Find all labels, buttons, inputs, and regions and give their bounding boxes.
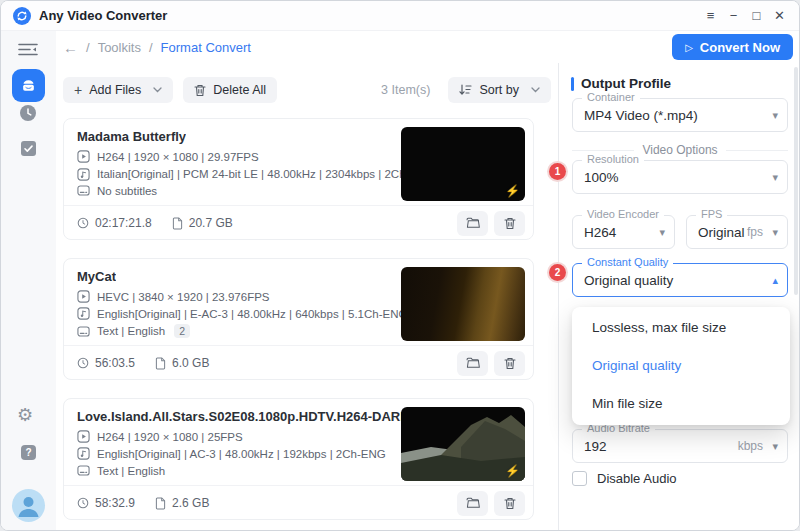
caret-down-icon: ▾ xyxy=(659,226,665,239)
trash-icon xyxy=(194,84,206,97)
app-menu-icon[interactable]: ≡ xyxy=(703,1,718,31)
video-thumbnail[interactable]: ⚡ xyxy=(401,127,525,201)
minimize-icon[interactable]: − xyxy=(726,1,741,31)
subtitle-info-row: No subtitles xyxy=(77,184,157,197)
size-meta: 2.6 GB xyxy=(155,496,209,510)
audio-bitrate-value: 192 xyxy=(584,439,607,454)
container-label: Container xyxy=(582,91,640,103)
item-count: 3 Item(s) xyxy=(381,83,430,97)
duration-value: 58:32.9 xyxy=(95,496,135,510)
file-title: Love.Island.All.Stars.S02E08.1080p.HDTV.… xyxy=(77,409,407,424)
quality-menu-option[interactable]: Min file size xyxy=(572,385,790,423)
fps-unit: fps xyxy=(747,225,763,239)
audio-info-row: English[Original] | E-AC-3 | 48.00kHz | … xyxy=(77,307,407,320)
constant-quality-label: Constant Quality xyxy=(582,256,673,268)
caret-down-icon: ▾ xyxy=(772,171,778,184)
breadcrumb-toolkits[interactable]: Toolkits xyxy=(98,40,141,55)
file-title: Madama Butterfly xyxy=(77,129,186,144)
duration-value: 02:17:21.8 xyxy=(95,216,152,230)
file-size-icon xyxy=(155,357,166,370)
panel-scrollbar[interactable] xyxy=(794,67,798,295)
duration-clock-icon xyxy=(77,497,89,509)
constant-quality-value: Original quality xyxy=(584,273,673,288)
card-footer: 02:17:21.8 20.7 GB xyxy=(77,206,525,240)
sidebar-item-tasks[interactable] xyxy=(21,141,36,160)
add-files-label: Add Files xyxy=(89,83,141,97)
caret-down-icon: ▾ xyxy=(772,226,778,239)
breadcrumb-format-convert[interactable]: Format Convert xyxy=(161,40,251,55)
delete-file-button[interactable] xyxy=(494,491,525,516)
video-encoder-select[interactable]: Video Encoder H264 ▾ xyxy=(572,215,675,249)
audio-info-row: English[Original] | AC-3 | 48.00kHz | 19… xyxy=(77,447,386,460)
audio-bitrate-select[interactable]: Audio Bitrate 192 kbps ▾ xyxy=(572,429,788,463)
container-select[interactable]: Container MP4 Video (*.mp4) ▾ xyxy=(572,98,788,132)
converter-icon xyxy=(19,76,38,95)
duration-clock-icon xyxy=(77,217,89,229)
fps-select[interactable]: FPS Original fps ▾ xyxy=(686,215,788,249)
panel-header: Output Profile xyxy=(571,76,671,91)
step-badge-2: 2 xyxy=(549,264,566,281)
sort-by-button[interactable]: Sort by xyxy=(448,77,551,103)
size-meta: 20.7 GB xyxy=(172,216,233,230)
video-track-icon xyxy=(77,430,90,443)
file-size-icon xyxy=(155,497,166,510)
file-title: MyCat xyxy=(77,269,116,284)
audio-info: Italian[Original] | PCM 24-bit LE | 48.0… xyxy=(97,168,426,180)
chevron-down-icon[interactable] xyxy=(153,87,162,93)
settings-gear-icon[interactable]: ⚙ xyxy=(17,406,33,424)
folder-icon xyxy=(466,357,480,369)
output-profile-title: Output Profile xyxy=(581,76,671,91)
disable-audio-label: Disable Audio xyxy=(597,471,677,486)
file-list-area: + Add Files Delete All 3 Item(s) Sort xyxy=(56,63,558,531)
delete-file-button[interactable] xyxy=(494,211,525,236)
video-encoder-value: H264 xyxy=(584,225,616,240)
close-icon[interactable]: ✕ xyxy=(772,1,787,31)
help-icon[interactable]: ? xyxy=(21,445,36,460)
resolution-value: 100% xyxy=(584,170,619,185)
subtitle-track-count-badge: 2 xyxy=(174,324,190,338)
clock-icon xyxy=(20,105,36,121)
video-track-icon xyxy=(77,150,90,163)
file-card: Love.Island.All.Stars.S02E08.1080p.HDTV.… xyxy=(63,398,534,520)
duration-meta: 56:03.5 xyxy=(77,356,135,370)
collapse-sidebar-icon[interactable] xyxy=(18,42,38,60)
sidebar-item-history[interactable] xyxy=(20,105,36,125)
disable-audio-row[interactable]: Disable Audio xyxy=(572,471,677,486)
size-value: 6.0 GB xyxy=(172,356,209,370)
duration-meta: 02:17:21.8 xyxy=(77,216,152,230)
folder-icon xyxy=(466,217,480,229)
delete-file-button[interactable] xyxy=(494,351,525,376)
video-thumbnail[interactable]: ⚡ xyxy=(401,267,525,341)
caret-up-icon: ▴ xyxy=(772,274,778,287)
disable-audio-checkbox[interactable] xyxy=(572,471,587,486)
video-info: HEVC | 3840 × 1920 | 23.976FPS xyxy=(97,291,270,303)
quality-menu-option[interactable]: Lossless, max file size xyxy=(572,309,790,347)
resolution-select[interactable]: Resolution 100% ▾ xyxy=(572,160,788,194)
quality-menu-option[interactable]: Original quality xyxy=(572,347,790,385)
open-folder-button[interactable] xyxy=(457,211,488,236)
folder-icon xyxy=(466,497,480,509)
back-arrow-icon[interactable]: ← xyxy=(63,39,78,56)
delete-all-button[interactable]: Delete All xyxy=(183,77,277,103)
subtitle-info-row: Text | English 2 xyxy=(77,324,190,338)
convert-now-button[interactable]: ▷ Convert Now xyxy=(672,34,793,60)
checkbox-icon xyxy=(21,141,36,156)
trash-icon xyxy=(504,497,516,510)
video-options-title: Video Options xyxy=(642,143,717,157)
hardware-accel-flash-icon: ⚡ xyxy=(505,464,520,478)
output-profile-panel: Output Profile Container MP4 Video (*.mp… xyxy=(558,63,800,531)
app-title: Any Video Converter xyxy=(39,8,167,23)
video-info: H264 | 1920 × 1080 | 29.97FPS xyxy=(97,151,259,163)
account-avatar[interactable] xyxy=(12,489,45,522)
step-badge-1: 1 xyxy=(549,163,566,180)
sidebar-item-converter[interactable] xyxy=(12,69,45,102)
video-info-row: HEVC | 3840 × 1920 | 23.976FPS xyxy=(77,290,270,303)
open-folder-button[interactable] xyxy=(457,491,488,516)
video-info: H264 | 1920 × 1080 | 25FPS xyxy=(97,431,243,443)
constant-quality-select[interactable]: Constant Quality Original quality ▴ xyxy=(572,263,788,297)
open-folder-button[interactable] xyxy=(457,351,488,376)
maximize-icon[interactable]: □ xyxy=(749,1,764,31)
add-files-button[interactable]: + Add Files xyxy=(63,77,173,103)
video-thumbnail[interactable]: ⚡ xyxy=(401,407,525,481)
play-outline-icon: ▷ xyxy=(685,42,693,53)
